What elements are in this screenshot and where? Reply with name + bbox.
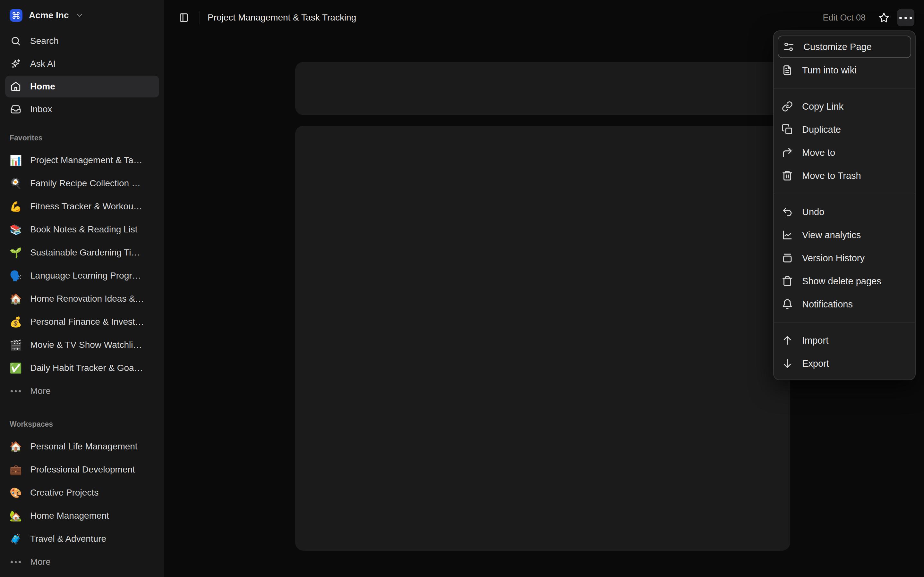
analytics-icon bbox=[781, 229, 794, 242]
menu-item-turn-into-wiki[interactable]: Turn into wiki bbox=[774, 59, 915, 82]
menu-item-label: Duplicate bbox=[802, 124, 841, 135]
more-label: More bbox=[30, 386, 51, 396]
home-icon bbox=[10, 81, 22, 93]
workspace-emoji-icon: 🎨 bbox=[10, 487, 22, 499]
sidebar-item-label: Home Management bbox=[30, 511, 109, 521]
undo-icon bbox=[781, 205, 794, 218]
sidebar-item-page[interactable]: 🍳 Family Recipe Collection … bbox=[5, 172, 159, 194]
last-edited-label: Edit Oct 08 bbox=[822, 13, 866, 23]
page-title: Project Management & Task Tracking bbox=[208, 13, 356, 23]
menu-item-label: Customize Page bbox=[803, 42, 872, 52]
sidebar-item-workspace[interactable]: 🏠 Personal Life Management bbox=[5, 436, 159, 458]
workspace-logo bbox=[10, 9, 23, 22]
chevron-down-icon bbox=[75, 11, 84, 19]
sidebar-item-label: Search bbox=[30, 36, 59, 46]
page-emoji-icon: 🎬 bbox=[10, 339, 22, 351]
menu-item-label: Turn into wiki bbox=[802, 65, 857, 76]
menu-item-show-delete-pages[interactable]: Show delete pages bbox=[774, 269, 915, 293]
page-emoji-icon: 💰 bbox=[10, 316, 22, 328]
workspaces-list: 🏠 Personal Life Management 💼 Professiona… bbox=[5, 436, 159, 573]
menu-item-customize-page[interactable]: Customize Page bbox=[778, 35, 911, 58]
workspace-name: Acme Inc bbox=[29, 10, 69, 21]
sidebar-item-label: Book Notes & Reading List bbox=[30, 224, 137, 235]
sidebar-item-page[interactable]: 📚 Book Notes & Reading List bbox=[5, 219, 159, 240]
menu-item-label: Move to Trash bbox=[802, 171, 861, 181]
favorite-star-button[interactable] bbox=[875, 9, 893, 26]
sidebar-item-label: Personal Finance & Invest… bbox=[30, 317, 144, 327]
content-block-body bbox=[295, 126, 790, 551]
more-label: More bbox=[30, 557, 51, 567]
sidebar-nav: Search Ask AI Home bbox=[5, 30, 159, 120]
sidebar-item-label: Sustainable Gardening Ti… bbox=[30, 247, 140, 258]
menu-item-view-analytics[interactable]: View analytics bbox=[774, 223, 915, 247]
sidebar-item-inbox[interactable]: Inbox bbox=[5, 98, 159, 120]
menu-item-label: View analytics bbox=[802, 230, 861, 240]
duplicate-icon bbox=[781, 123, 794, 136]
ellipsis-icon bbox=[898, 15, 913, 21]
menu-item-import[interactable]: Import bbox=[774, 329, 915, 352]
sidebar-item-page[interactable]: ✅ Daily Habit Tracker & Goa… bbox=[5, 357, 159, 379]
sidebar-item-label: Home Renovation Ideas &… bbox=[30, 293, 144, 304]
command-icon bbox=[12, 11, 20, 19]
sidebar-item-workspace[interactable]: 🧳 Travel & Adventure bbox=[5, 528, 159, 550]
page-emoji-icon: 📚 bbox=[10, 223, 22, 235]
ellipsis-icon bbox=[10, 385, 22, 397]
sidebar-item-workspace[interactable]: 🎨 Creative Projects bbox=[5, 482, 159, 504]
move-arrow-icon bbox=[781, 146, 794, 159]
sidebar-item-page[interactable]: 🏠 Home Renovation Ideas &… bbox=[5, 288, 159, 309]
app-window: Acme Inc Search Ask A bbox=[0, 0, 924, 577]
menu-item-duplicate[interactable]: Duplicate bbox=[774, 118, 915, 141]
sidebar-item-label: Professional Development bbox=[30, 464, 135, 475]
menu-item-label: Export bbox=[802, 358, 829, 369]
sidebar-item-label: Family Recipe Collection … bbox=[30, 178, 141, 189]
customize-icon bbox=[782, 40, 795, 53]
workspaces-more-button[interactable]: More bbox=[5, 551, 159, 573]
page-emoji-icon: 📊 bbox=[10, 154, 22, 166]
sidebar-toggle-button[interactable] bbox=[175, 9, 192, 26]
page-emoji-icon: 🏠 bbox=[10, 293, 22, 305]
sidebar-item-label: Home bbox=[30, 81, 55, 92]
favorites-header: Favorites bbox=[10, 134, 155, 142]
menu-item-version-history[interactable]: Version History bbox=[774, 247, 915, 269]
sparkles-icon bbox=[10, 58, 22, 70]
content-block-cover bbox=[295, 62, 790, 115]
sidebar-item-label: Daily Habit Tracker & Goa… bbox=[30, 363, 143, 373]
menu-divider bbox=[774, 193, 915, 194]
sidebar-item-workspace[interactable]: 💼 Professional Development bbox=[5, 459, 159, 480]
sidebar-item-page[interactable]: 🗣️ Language Learning Progr… bbox=[5, 265, 159, 287]
menu-item-label: Undo bbox=[802, 207, 824, 218]
sidebar-item-home[interactable]: Home bbox=[5, 76, 159, 97]
sidebar-item-ask-ai[interactable]: Ask AI bbox=[5, 53, 159, 75]
sidebar-item-label: Project Management & Ta… bbox=[30, 155, 142, 165]
sidebar-item-workspace[interactable]: 🏡 Home Management bbox=[5, 505, 159, 527]
menu-item-notifications[interactable]: Notifications bbox=[774, 293, 915, 316]
star-icon bbox=[878, 12, 890, 23]
sidebar-item-page[interactable]: 💪 Fitness Tracker & Workou… bbox=[5, 195, 159, 218]
search-icon bbox=[10, 35, 22, 47]
sidebar-item-page[interactable]: 💰 Personal Finance & Invest… bbox=[5, 311, 159, 333]
sidebar-item-search[interactable]: Search bbox=[5, 30, 159, 52]
workspace-switcher[interactable]: Acme Inc bbox=[5, 8, 159, 23]
menu-item-copy-link[interactable]: Copy Link bbox=[774, 95, 915, 118]
sidebar-item-page[interactable]: 🌱 Sustainable Gardening Ti… bbox=[5, 242, 159, 263]
page-options-menu: Customize Page Turn into wiki Copy Link bbox=[773, 31, 916, 380]
menu-item-move-to[interactable]: Move to bbox=[774, 141, 915, 164]
sidebar-item-page[interactable]: 🎬 Movie & TV Show Watchli… bbox=[5, 334, 159, 356]
panel-left-icon bbox=[178, 12, 189, 23]
menu-item-move-to-trash[interactable]: Move to Trash bbox=[774, 164, 915, 187]
workspaces-header: Workspaces bbox=[10, 420, 155, 429]
wiki-document-icon bbox=[781, 64, 794, 77]
favorites-more-button[interactable]: More bbox=[5, 380, 159, 402]
page-emoji-icon: 🌱 bbox=[10, 247, 22, 259]
history-icon bbox=[781, 251, 794, 264]
workspace-emoji-icon: 💼 bbox=[10, 464, 22, 476]
sidebar-item-page[interactable]: 📊 Project Management & Ta… bbox=[5, 149, 159, 171]
trash-icon bbox=[781, 169, 794, 182]
menu-divider bbox=[774, 322, 915, 322]
page-emoji-icon: 🍳 bbox=[10, 177, 22, 189]
menu-item-export[interactable]: Export bbox=[774, 352, 915, 375]
workspace-emoji-icon: 🏡 bbox=[10, 510, 22, 522]
page-options-button[interactable] bbox=[897, 9, 914, 26]
menu-item-label: Notifications bbox=[802, 299, 853, 309]
menu-item-undo[interactable]: Undo bbox=[774, 200, 915, 223]
